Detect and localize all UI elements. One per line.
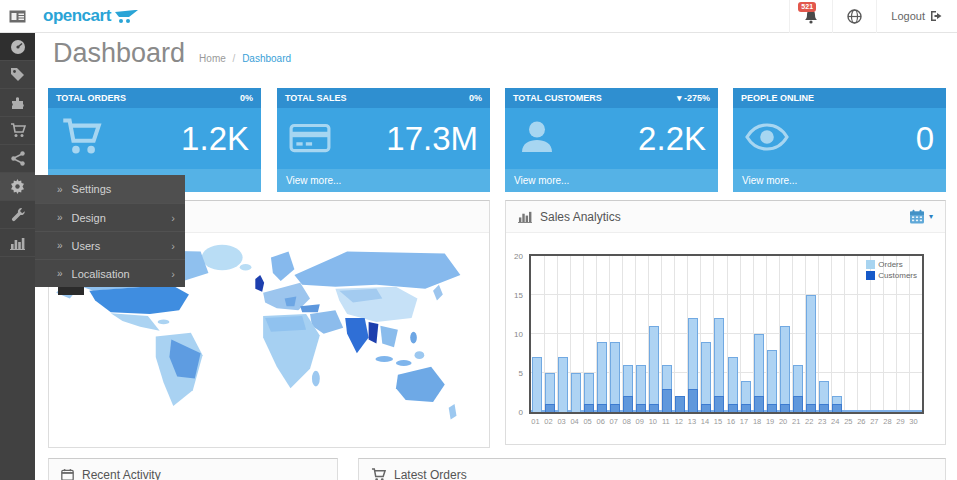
bar-customers-16 (728, 404, 738, 412)
sales-analytics-chart: 05101520 OrdersCustomers 010203040506070… (506, 233, 945, 444)
tile-label: PEOPLE ONLINE (741, 93, 814, 103)
sidebar-item-marketing[interactable] (0, 145, 35, 173)
submenu-item-settings[interactable]: » Settings (35, 175, 185, 203)
tile-people-online: PEOPLE ONLINE 0 View more... (733, 88, 946, 192)
y-tick-label: 10 (514, 330, 523, 339)
tile-body: 1.2K (48, 108, 261, 169)
logout-icon (930, 10, 943, 22)
menu-toggle-button[interactable] (0, 0, 35, 33)
breadcrumb-separator: / (233, 53, 236, 64)
chart-plot: OrdersCustomers (529, 254, 924, 414)
x-tick-label: 26 (855, 417, 868, 426)
sales-analytics-header: Sales Analytics ▾ (506, 201, 945, 233)
sidebar-item-system[interactable] (0, 173, 35, 201)
calendar-icon (909, 209, 925, 224)
x-tick-label: 07 (607, 417, 620, 426)
bar-customers-10 (649, 404, 659, 412)
chevron-right-icon: › (171, 212, 175, 224)
tile-value: 17.3M (386, 120, 478, 158)
view-more-link[interactable]: View more... (505, 169, 718, 192)
recent-activity-title: Recent Activity (82, 468, 161, 480)
x-tick-label: 21 (790, 417, 803, 426)
tag-icon (10, 67, 25, 82)
view-more-link[interactable]: View more... (733, 169, 946, 192)
submenu-item-design[interactable]: » Design › (35, 203, 185, 231)
x-tick-label: 06 (594, 417, 607, 426)
system-submenu: » Settings » Design › » Users › » Locali… (35, 175, 185, 287)
dashboard-icon (10, 39, 26, 55)
breadcrumb-home[interactable]: Home (199, 53, 226, 64)
gridline (831, 256, 832, 412)
x-tick-label: 02 (542, 417, 555, 426)
submenu-label: Users (72, 240, 172, 252)
sidebar-item-dashboard[interactable] (0, 33, 35, 61)
tile-body: 17.3M (277, 108, 490, 169)
recent-activity-header: Recent Activity (49, 459, 337, 480)
x-tick-label: 17 (738, 417, 751, 426)
gridline (674, 256, 675, 412)
x-tick-label: 23 (816, 417, 829, 426)
sidebar-item-tools[interactable] (0, 201, 35, 229)
page-header: Dashboard Home / Dashboard (53, 38, 291, 69)
bar-customers-17 (741, 404, 751, 412)
x-tick-label: 05 (581, 417, 594, 426)
bar-customers-13 (688, 389, 698, 412)
bar-customers-11 (662, 389, 672, 412)
submenu-item-users[interactable]: » Users › (35, 231, 185, 259)
sidebar-item-reports[interactable] (0, 229, 35, 257)
notification-badge: 521 (798, 2, 816, 12)
bar-orders-14 (701, 342, 711, 412)
tile-delta: 0% (469, 93, 482, 103)
bar-customers-19 (767, 404, 777, 412)
bar-chart-icon (10, 236, 25, 250)
tile-header: TOTAL CUSTOMERS ▾ -275% (505, 88, 718, 108)
legend-item-customers: Customers (866, 271, 917, 280)
x-tick-label: 18 (751, 417, 764, 426)
latest-orders-header: Latest Orders (359, 459, 945, 480)
view-more-link[interactable]: View more... (277, 169, 490, 192)
sidebar-item-extensions[interactable] (0, 89, 35, 117)
gridline (857, 256, 858, 412)
tile-total-customers: TOTAL CUSTOMERS ▾ -275% 2.2K View more..… (505, 88, 718, 192)
x-tick-label: 25 (842, 417, 855, 426)
tile-value: 0 (916, 120, 934, 158)
top-bar: opencart 521 Logout (0, 0, 957, 33)
opencart-logo[interactable]: opencart (43, 6, 139, 26)
bar-orders-22 (806, 295, 816, 412)
x-tick-label: 13 (685, 417, 698, 426)
sidebar-item-catalog[interactable] (0, 61, 35, 89)
tile-total-sales: TOTAL SALES 0% 17.3M View more... (277, 88, 490, 192)
bar-orders-07 (610, 342, 620, 412)
menu-arrow-icon: » (57, 240, 63, 251)
breadcrumb-current[interactable]: Dashboard (242, 53, 291, 64)
submenu-item-localisation[interactable]: » Localisation › (35, 259, 185, 287)
chart-legend: OrdersCustomers (866, 260, 917, 282)
cart-tile-icon (60, 118, 102, 160)
date-range-button[interactable]: ▾ (909, 209, 933, 224)
tile-body: 0 (733, 108, 946, 169)
legend-label: Orders (878, 260, 902, 269)
storefront-button[interactable] (832, 0, 876, 33)
latest-orders-panel: Latest Orders (358, 458, 946, 480)
bar-customers-15 (714, 396, 724, 412)
x-tick-label: 24 (829, 417, 842, 426)
legend-swatch (866, 271, 875, 280)
y-tick-label: 5 (519, 369, 523, 378)
breadcrumb: Home / Dashboard (199, 53, 291, 64)
menu-arrow-icon: » (57, 268, 63, 279)
legend-item-orders: Orders (866, 260, 917, 269)
sidebar-item-sales[interactable] (0, 117, 35, 145)
x-tick-label: 16 (725, 417, 738, 426)
submenu-label: Localisation (72, 268, 172, 280)
eye-icon (745, 122, 789, 156)
logout-button[interactable]: Logout (876, 0, 957, 33)
x-tick-label: 28 (881, 417, 894, 426)
notifications-button[interactable]: 521 (789, 0, 832, 33)
chevron-right-icon: › (171, 240, 175, 252)
bar-customers-22 (806, 404, 816, 412)
bar-orders-19 (767, 350, 777, 412)
x-tick-label: 27 (868, 417, 881, 426)
x-tick-label: 08 (620, 417, 633, 426)
x-tick-label: 09 (633, 417, 646, 426)
bar-customers-18 (754, 396, 764, 412)
